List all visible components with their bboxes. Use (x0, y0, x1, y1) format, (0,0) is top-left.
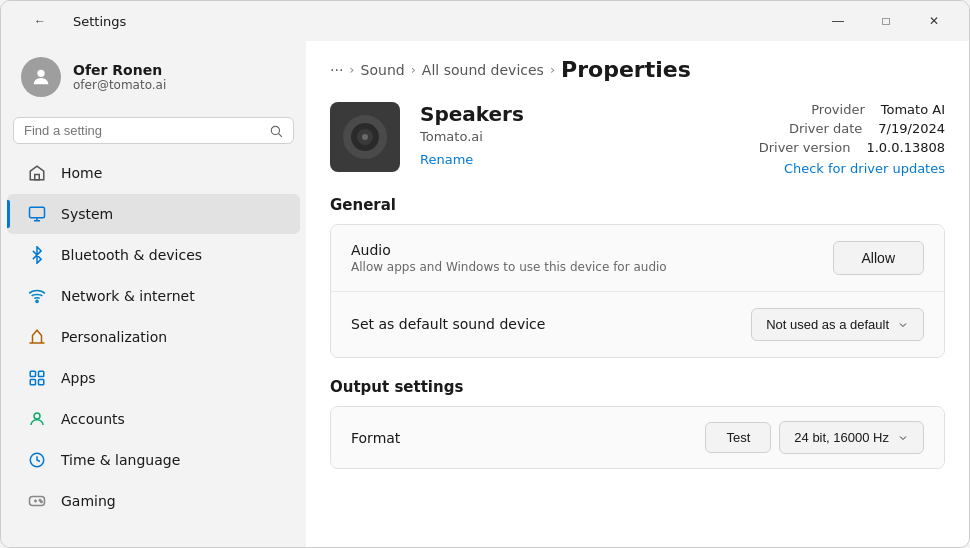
back-icon: ← (34, 14, 46, 28)
device-brand: Tomato.ai (420, 129, 739, 144)
network-icon (27, 286, 47, 306)
general-card: Audio Allow apps and Windows to use this… (330, 224, 945, 358)
sidebar-item-accounts[interactable]: Accounts (7, 399, 300, 439)
default-label: Set as default sound device (351, 316, 751, 332)
maximize-button[interactable]: □ (863, 5, 909, 37)
output-card: Format Test 24 bit, 16000 Hz (330, 406, 945, 469)
sidebar-item-gaming[interactable]: Gaming (7, 481, 300, 521)
breadcrumb-all-sound-devices[interactable]: All sound devices (422, 62, 544, 78)
back-button[interactable]: ← (17, 5, 63, 37)
sidebar-item-label: System (61, 206, 113, 222)
device-meta: Provider Tomato AI Driver date 7/19/2024… (759, 102, 945, 176)
breadcrumb-sep2: › (411, 62, 416, 77)
provider-row: Provider Tomato AI (811, 102, 945, 117)
sidebar-item-label: Apps (61, 370, 96, 386)
svg-rect-11 (39, 380, 44, 385)
format-label: Format (351, 430, 400, 446)
sidebar: Ofer Ronen ofer@tomato.ai Home System (1, 41, 306, 548)
sidebar-item-label: Time & language (61, 452, 180, 468)
user-section: Ofer Ronen ofer@tomato.ai (1, 41, 306, 113)
driver-date-value: 7/19/2024 (878, 121, 945, 136)
minimize-button[interactable]: — (815, 5, 861, 37)
sidebar-item-home[interactable]: Home (7, 153, 300, 193)
device-header: Speakers Tomato.ai Rename Provider Tomat… (306, 90, 969, 196)
speaker-image (330, 102, 400, 172)
apps-icon (27, 368, 47, 388)
nav-list: Home System Bluetooth & devices Network … (1, 152, 306, 522)
default-dropdown-value: Not used as a default (766, 317, 889, 332)
default-text: Set as default sound device (351, 316, 751, 334)
format-row: Format Test 24 bit, 16000 Hz (331, 407, 944, 468)
allow-button[interactable]: Allow (833, 241, 924, 275)
driver-version-value: 1.0.0.13808 (866, 140, 945, 155)
main-content: ··· › Sound › All sound devices › Proper… (306, 41, 969, 548)
svg-point-1 (271, 126, 279, 134)
svg-point-18 (41, 501, 43, 503)
sidebar-item-label: Gaming (61, 493, 116, 509)
chevron-down-icon (897, 432, 909, 444)
user-info: Ofer Ronen ofer@tomato.ai (73, 62, 166, 92)
svg-rect-4 (30, 207, 45, 218)
system-icon (27, 204, 47, 224)
audio-row: Audio Allow apps and Windows to use this… (331, 225, 944, 291)
breadcrumb: ··· › Sound › All sound devices › Proper… (306, 41, 969, 90)
sidebar-item-label: Network & internet (61, 288, 195, 304)
sidebar-item-network[interactable]: Network & internet (7, 276, 300, 316)
svg-point-7 (36, 300, 38, 302)
audio-desc: Allow apps and Windows to use this devic… (351, 260, 833, 274)
svg-line-2 (279, 133, 282, 136)
search-icon (269, 124, 283, 138)
sidebar-item-label: Home (61, 165, 102, 181)
provider-value: Tomato AI (881, 102, 945, 117)
titlebar: ← Settings — □ ✕ (1, 1, 969, 41)
window-title: Settings (73, 14, 126, 29)
sidebar-item-personalization[interactable]: Personalization (7, 317, 300, 357)
user-email: ofer@tomato.ai (73, 78, 166, 92)
rename-link[interactable]: Rename (420, 152, 473, 167)
sidebar-item-label: Bluetooth & devices (61, 247, 202, 263)
test-button[interactable]: Test (705, 422, 771, 453)
device-info: Speakers Tomato.ai Rename (420, 102, 739, 168)
driver-date-label: Driver date (789, 121, 862, 136)
sidebar-item-system[interactable]: System (7, 194, 300, 234)
speaker-svg (340, 112, 390, 162)
search-box[interactable] (13, 117, 294, 144)
chevron-down-icon (897, 319, 909, 331)
output-section-title: Output settings (306, 366, 969, 406)
sidebar-item-apps[interactable]: Apps (7, 358, 300, 398)
user-name: Ofer Ronen (73, 62, 166, 78)
audio-text: Audio Allow apps and Windows to use this… (351, 242, 833, 274)
default-dropdown[interactable]: Not used as a default (751, 308, 924, 341)
svg-point-0 (37, 70, 44, 77)
format-controls: Test 24 bit, 16000 Hz (705, 421, 924, 454)
close-button[interactable]: ✕ (911, 5, 957, 37)
sidebar-item-label: Accounts (61, 411, 125, 427)
time-icon (27, 450, 47, 470)
general-section-title: General (306, 196, 969, 224)
sidebar-item-bluetooth[interactable]: Bluetooth & devices (7, 235, 300, 275)
driver-date-row: Driver date 7/19/2024 (789, 121, 945, 136)
driver-version-row: Driver version 1.0.0.13808 (759, 140, 945, 155)
audio-label: Audio (351, 242, 833, 258)
breadcrumb-sep1: › (349, 62, 354, 77)
format-dropdown[interactable]: 24 bit, 16000 Hz (779, 421, 924, 454)
sidebar-item-time[interactable]: Time & language (7, 440, 300, 480)
breadcrumb-ellipsis[interactable]: ··· (330, 62, 343, 78)
svg-point-22 (362, 134, 368, 140)
window-controls: — □ ✕ (815, 5, 957, 37)
default-device-row: Set as default sound device Not used as … (331, 291, 944, 357)
svg-rect-3 (35, 175, 40, 180)
device-name: Speakers (420, 102, 739, 126)
bluetooth-icon (27, 245, 47, 265)
breadcrumb-sound[interactable]: Sound (361, 62, 405, 78)
breadcrumb-sep3: › (550, 62, 555, 77)
gaming-icon (27, 491, 47, 511)
driver-update-link[interactable]: Check for driver updates (784, 161, 945, 176)
svg-rect-8 (30, 371, 35, 376)
titlebar-left: ← Settings (17, 5, 126, 37)
accounts-icon (27, 409, 47, 429)
svg-rect-10 (30, 380, 35, 385)
avatar (21, 57, 61, 97)
breadcrumb-current: Properties (561, 57, 691, 82)
search-input[interactable] (24, 123, 261, 138)
